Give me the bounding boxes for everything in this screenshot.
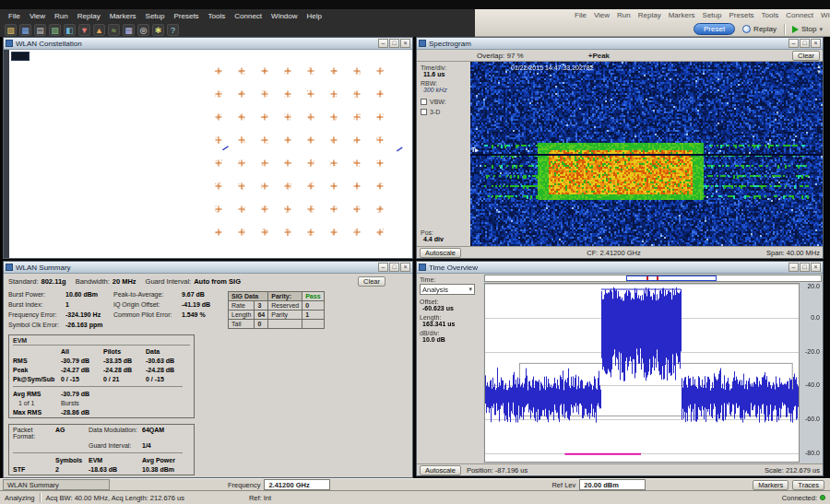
menu-setup[interactable]: Setup [141, 11, 170, 21]
time-overview-display[interactable] [484, 283, 800, 463]
evm-data-value: 0 / -15 [146, 376, 183, 382]
spectrogram-bottom-strip: Autoscale CF: 2.41200 GHz Span: 40.00 MH… [417, 246, 823, 258]
bg-menu-replay[interactable]: Replay [634, 11, 665, 19]
stat-value [182, 322, 224, 328]
ref-level-field[interactable]: 20.00 dBm [579, 479, 646, 490]
evm-avg-cell [103, 409, 146, 416]
length-value: 163.341 us [420, 321, 480, 327]
menu-file[interactable]: File [4, 11, 25, 21]
close-button[interactable]: × [811, 263, 821, 272]
time-mode-value: Analysis [422, 286, 448, 294]
open-file-icon[interactable]: ▨ [5, 24, 17, 36]
panel-titlebar[interactable]: Spectrogram –□× [417, 38, 823, 50]
grid-icon[interactable]: ▦ [123, 24, 135, 36]
close-button[interactable]: × [811, 39, 821, 48]
menu-markers[interactable]: Markers [105, 11, 141, 21]
spectrogram-display[interactable] [470, 62, 823, 246]
clear-button[interactable]: Clear [358, 276, 385, 287]
bg-menu-presets[interactable]: Presets [725, 11, 757, 19]
menu-tools[interactable]: Tools [204, 11, 231, 21]
bg-menu-tools[interactable]: Tools [758, 11, 783, 19]
parity-label: Parity: [268, 292, 302, 301]
sig-cell: Rate [229, 301, 255, 311]
bg-menu-view[interactable]: View [590, 11, 613, 19]
packet-row-name: STF [13, 466, 55, 473]
minimize-button[interactable]: – [788, 39, 799, 48]
guard-interval-value: 1/4 [142, 442, 183, 449]
summary-header-pair: Standard:802.11g [8, 277, 66, 286]
evm-pilots-value: -33.35 dB [103, 357, 146, 364]
time-mode-select[interactable]: Analysis ▾ [420, 284, 475, 295]
bg-menu-markers[interactable]: Markers [665, 11, 699, 19]
time-overview-controls: Time: Analysis ▾ Offset: -60.623 us Leng… [417, 274, 483, 463]
menu-window[interactable]: Window [267, 11, 302, 21]
packet-col-header: Symbols [55, 457, 89, 463]
bg-menu-setup[interactable]: Setup [699, 11, 726, 19]
marker-icon[interactable]: ▼ [78, 24, 90, 36]
checkbox-vbw[interactable] [421, 99, 427, 105]
autoscale-button[interactable]: Autoscale [420, 465, 461, 475]
save-icon[interactable]: ▦ [19, 24, 31, 36]
minimize-button[interactable]: – [788, 263, 799, 272]
stop-control[interactable]: Stop ▾ [792, 25, 823, 33]
scale-label: Scale: 212.679 us [765, 466, 820, 475]
spectrogram-scroll-arrows[interactable]: ▲▼ [816, 64, 822, 75]
evm-pilots-value: -24.28 dB [103, 367, 146, 373]
divider [40, 493, 42, 502]
menu-connect[interactable]: Connect [230, 11, 267, 21]
peak-marker-icon[interactable]: ▲ [93, 24, 105, 36]
bg-menu-run[interactable]: Run [613, 11, 634, 19]
frequency-value-field[interactable]: 2.41200 GHz [264, 479, 330, 490]
bg-menu-window[interactable]: Window [817, 11, 830, 19]
marker-tick [657, 276, 658, 280]
menu-replay[interactable]: Replay [73, 11, 105, 21]
markers-button[interactable]: Markers [753, 480, 788, 490]
sig-cell [268, 320, 302, 329]
search-icon[interactable]: ◎ [137, 24, 149, 36]
close-button[interactable]: × [400, 263, 410, 272]
connected-label: Connected: [782, 494, 817, 502]
settings-icon[interactable]: ✱ [152, 24, 164, 36]
sig-cell [302, 320, 324, 329]
stat-value: -26.163 ppm [65, 322, 113, 328]
maximize-button[interactable]: □ [800, 263, 810, 272]
close-button[interactable]: × [400, 39, 410, 48]
display-selector[interactable]: WLAN Summary [3, 479, 110, 490]
clear-button[interactable]: Clear [792, 51, 820, 61]
menu-view[interactable]: View [25, 11, 50, 21]
minimize-button[interactable]: – [378, 39, 388, 48]
bg-menu-connect[interactable]: Connect [782, 11, 817, 19]
summary-header-value: 20 MHz [113, 277, 136, 286]
maximize-button[interactable]: □ [800, 39, 810, 48]
replay-control[interactable]: Replay [742, 25, 777, 33]
display-icon[interactable]: ◧ [64, 24, 76, 36]
panel-titlebar[interactable]: WLAN Constellation –□× [4, 38, 412, 50]
menu-presets[interactable]: Presets [169, 11, 203, 21]
window-buttons: –□× [788, 263, 821, 272]
checkbox-3d[interactable] [421, 109, 427, 115]
minimize-button[interactable]: – [378, 263, 388, 272]
print-icon[interactable]: ▤ [34, 24, 46, 36]
traces-button[interactable]: Traces [792, 480, 824, 490]
time-overview-bottom-strip: Autoscale Position: -87.196 us Scale: 21… [417, 463, 823, 475]
autoscale-button[interactable]: Autoscale [420, 248, 461, 258]
panel-titlebar[interactable]: WLAN Summary –□× [4, 262, 412, 274]
preset-button[interactable]: Preset [694, 23, 735, 35]
help-icon[interactable]: ? [167, 24, 179, 36]
bg-menu-file[interactable]: File [571, 11, 590, 19]
scroll-down-icon[interactable]: ▼ [816, 69, 822, 75]
divider [13, 452, 183, 453]
panel-titlebar[interactable]: Time Overview –□× [417, 262, 823, 274]
evm-data-value: -24.28 dB [146, 367, 183, 373]
trace-icon[interactable]: ≈ [108, 24, 120, 36]
acquisition-overview-strip[interactable] [484, 275, 822, 282]
maximize-button[interactable]: □ [389, 39, 399, 48]
menu-help[interactable]: Help [302, 11, 326, 21]
maximize-button[interactable]: □ [389, 263, 399, 272]
analysis-selection-rect[interactable] [626, 275, 717, 281]
spectrogram-controls: Time/div:11.6 usRBW:300 kHzVBW:3-DPos:4.… [417, 62, 470, 246]
copy-icon[interactable]: ▧ [49, 24, 61, 36]
y-axis-label: -60.0 [805, 416, 820, 422]
stat-value: 9.67 dB [182, 291, 224, 298]
menu-run[interactable]: Run [50, 11, 73, 21]
